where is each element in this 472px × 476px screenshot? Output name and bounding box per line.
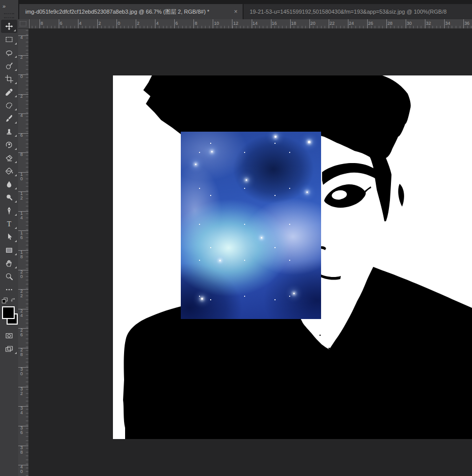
star-glow [308,141,310,143]
top-ruler-label: 28 [387,21,392,26]
marquee-icon [5,35,13,44]
swap-arrows-icon [10,297,17,304]
top-ruler-label: 16 [272,21,277,26]
left-ruler-label: 4 [20,113,23,118]
brush-icon [5,114,13,123]
paint-bucket-icon [5,167,13,175]
star-glow [201,298,203,300]
left-ruler-label: 8 [20,152,23,157]
edit-toolbar-button[interactable] [0,283,18,296]
star-glow [211,151,213,152]
mouth-line [319,273,341,280]
top-ruler-label: 2 [137,21,139,26]
panel-grip[interactable] [4,13,14,18]
top-ruler-label: 6 [175,21,178,26]
default-colors-button[interactable] [1,297,9,305]
tab-document-2[interactable]: 19-21-53-u=1451599192,501580430&fm=193&a… [244,4,472,19]
tab-1-close-icon[interactable]: × [234,9,238,15]
crop-tool[interactable] [0,72,18,86]
quick-selection-icon [5,62,13,70]
rectangular-marquee-tool[interactable] [0,33,18,46]
quick-mask-icon [5,332,13,340]
swap-colors-button[interactable] [10,297,17,305]
tab-1-title: img-d051fe9c2dfcf2cf12ebd523087a8eb3.jpg… [19,8,213,16]
quick-selection-tool[interactable] [0,59,18,72]
left-ruler-label: 2 [20,55,23,60]
top-ruler-label: 26 [368,21,373,26]
rectangle-tool[interactable] [0,244,18,257]
top-ruler-label: 20 [310,21,316,26]
top-ruler-label: 8 [194,21,197,26]
tools-panel: » T [0,0,18,476]
svg-text:T: T [7,220,12,228]
ear-shape [398,184,404,207]
star-glow [274,136,277,138]
star-glow [195,164,196,165]
history-brush-icon [5,141,13,149]
left-ruler-label: 2 6 [20,328,23,337]
hand-icon [5,259,13,267]
eraser-tool[interactable] [0,151,18,165]
star-glow [261,237,262,239]
top-ruler-label: 0 [117,21,120,26]
left-ruler-label: 2 8 [20,348,23,357]
left-ruler-label: 1 2 [20,191,23,201]
blur-tool[interactable] [0,178,18,191]
color-mini-controls [0,297,18,305]
top-ruler-label: 6 [60,21,62,26]
eyedropper-icon [5,88,13,96]
top-ruler-label: 10 [214,21,219,26]
top-ruler-label: 2 [98,21,101,26]
zoom-tool[interactable] [0,270,18,283]
spot-healing-tool[interactable] [0,99,18,112]
pen-tool[interactable] [0,204,18,217]
top-ruler-label: 22 [330,21,335,26]
color-swatches [0,306,18,327]
screen-mode-button[interactable] [0,342,18,355]
left-ruler-label: 3 4 [20,406,23,415]
move-tool[interactable] [1,20,17,33]
galaxy-layer[interactable] [181,132,321,319]
history-brush-tool[interactable] [0,138,18,151]
type-tool[interactable]: T [0,217,18,230]
left-ruler-label: 4 0 [20,465,23,474]
ruler-corner [18,19,29,29]
tab-2-title: 19-21-53-u=1451599192,501580430&fm=193&a… [244,9,451,15]
hand-tool[interactable] [0,257,18,270]
document-tab-bar: img-d051fe9c2dfcf2cf12ebd523087a8eb3.jpg… [18,0,472,19]
dodge-tool[interactable] [0,191,18,204]
path-selection-tool[interactable] [0,230,18,244]
water-drop-icon [5,180,13,188]
lasso-tool[interactable] [0,46,18,59]
tab-document-1[interactable]: img-d051fe9c2dfcf2cf12ebd523087a8eb3.jpg… [19,4,243,19]
left-ruler-label: 1 0 [20,172,23,181]
top-ruler-label: 4 [79,21,82,26]
left-ruler[interactable]: 42024681 01 21 41 61 82 02 22 42 62 83 0… [18,29,29,476]
clone-stamp-icon [5,128,13,136]
left-ruler-label: 6 [20,133,23,138]
rectangle-icon [5,246,13,254]
left-ruler-label: 3 0 [20,367,23,376]
star-glow [306,191,308,193]
top-ruler-label: 14 [253,21,258,26]
left-ruler-label: 3 6 [20,426,23,435]
eyedropper-tool[interactable] [0,86,18,99]
clone-stamp-tool[interactable] [0,125,18,138]
left-ruler-label: 4 [20,35,23,40]
default-colors-icon [2,297,8,304]
move-icon [5,22,13,30]
left-ruler-label: 0 [20,74,23,79]
collapse-panels-icon[interactable]: » [0,0,18,11]
selection-arrow-icon [5,233,13,241]
quick-mask-button[interactable] [0,329,18,342]
left-ruler-label: 2 4 [20,309,23,318]
brush-tool[interactable] [0,112,18,125]
top-ruler-label: 32 [426,21,431,26]
top-ruler[interactable]: 8642024681012141618202224262830323436 [18,19,472,29]
top-ruler-label: 8 [41,21,43,26]
document-canvas[interactable] [113,75,472,439]
left-ruler-label: 2 0 [20,270,23,279]
paint-bucket-tool[interactable] [0,165,18,178]
star-glow [219,260,221,261]
foreground-color-swatch[interactable] [2,306,15,319]
